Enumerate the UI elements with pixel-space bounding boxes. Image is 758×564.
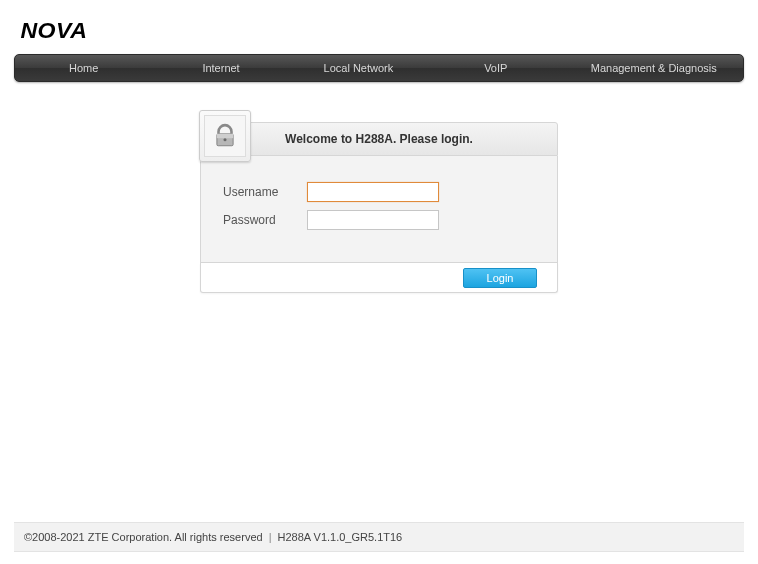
- page-footer: ©2008-2021 ZTE Corporation. All rights r…: [14, 522, 744, 552]
- username-input[interactable]: [307, 182, 439, 202]
- footer-version: H288A V1.1.0_GR5.1T16: [277, 531, 402, 543]
- nav-internet[interactable]: Internet: [152, 55, 289, 81]
- nav-home[interactable]: Home: [15, 55, 152, 81]
- username-label: Username: [223, 185, 307, 199]
- login-panel: Welcome to H288A. Please login. Username…: [200, 122, 558, 293]
- username-row: Username: [223, 182, 535, 202]
- lock-badge: [199, 110, 251, 162]
- nav-management-diagnosis[interactable]: Management & Diagnosis: [564, 55, 743, 81]
- footer-separator: |: [269, 531, 272, 543]
- svg-point-2: [223, 138, 226, 141]
- main-navbar: Home Internet Local Network VoIP Managem…: [14, 54, 744, 82]
- login-button[interactable]: Login: [463, 268, 537, 288]
- footer-copyright: ©2008-2021 ZTE Corporation. All rights r…: [24, 531, 263, 543]
- login-footer: Login: [200, 263, 558, 293]
- lock-icon: [204, 115, 246, 157]
- password-input[interactable]: [307, 210, 439, 230]
- nav-voip[interactable]: VoIP: [427, 55, 564, 81]
- brand-text: NOVA: [20, 18, 87, 44]
- login-form: Username Password: [200, 156, 558, 263]
- svg-rect-1: [217, 134, 233, 138]
- password-label: Password: [223, 213, 307, 227]
- password-row: Password: [223, 210, 535, 230]
- content-area: Welcome to H288A. Please login. Username…: [0, 122, 758, 293]
- welcome-text: Welcome to H288A. Please login.: [285, 132, 473, 146]
- nav-local-network[interactable]: Local Network: [290, 55, 427, 81]
- login-header: Welcome to H288A. Please login.: [200, 122, 558, 156]
- brand-logo: NOVA: [0, 0, 758, 54]
